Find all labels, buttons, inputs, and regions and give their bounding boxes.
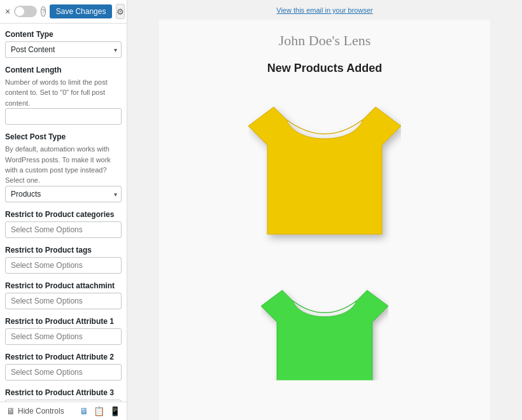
content-type-label: Content Type	[5, 30, 122, 39]
content-length-desc: Number of words to limit the post conten…	[5, 78, 108, 107]
right-panel: View this email in your browser John Doe…	[127, 0, 522, 420]
product-card-yellow	[172, 88, 477, 255]
restrict-attachment-input[interactable]	[5, 293, 122, 309]
restrict-attr3-label: Restrict to Product Attribute 3	[5, 388, 122, 397]
restrict-attachment-label: Restrict to Product attachmint	[5, 281, 122, 290]
mobile-view-button[interactable]: 📱	[109, 406, 120, 416]
hide-controls-label: Hide Controls	[18, 407, 64, 416]
post-type-group: Select Post Type By default, automation …	[5, 132, 122, 202]
restrict-attr2-input[interactable]	[5, 364, 122, 381]
footer-icons: 🖥 📋 📱	[80, 406, 120, 416]
content-type-select[interactable]: Post Content	[5, 41, 122, 58]
tshirt-green-image	[261, 274, 388, 402]
restrict-attachment-group: Restrict to Product attachmint	[5, 281, 122, 309]
mobile-icon: 📱	[109, 406, 120, 416]
close-button[interactable]: ×	[5, 5, 10, 18]
restrict-attr2-group: Restrict to Product Attribute 2	[5, 353, 122, 381]
restrict-attr3-group: Restrict to Product Attribute 3	[5, 388, 122, 402]
desktop-icon: 🖥	[80, 406, 88, 416]
toggle-switch[interactable]	[14, 6, 37, 17]
email-section-title: New Products Added	[172, 62, 477, 75]
desktop-view-button[interactable]: 🖥	[80, 406, 88, 416]
post-type-select[interactable]: Products	[5, 186, 122, 202]
left-panel: × ? Save Changes ⚙ Content Type Post Con…	[0, 0, 127, 420]
post-type-label: Select Post Type	[5, 132, 122, 141]
content-length-label: Content Length	[5, 66, 122, 74]
post-type-select-wrapper: Products ▾	[5, 186, 122, 202]
toggle-track	[14, 6, 37, 17]
help-icon[interactable]: ?	[41, 6, 46, 17]
restrict-categories-input[interactable]	[5, 221, 122, 238]
toggle-knob	[15, 7, 24, 16]
restrict-attr1-label: Restrict to Product Attribute 1	[5, 317, 122, 326]
content-type-select-wrapper: Post Content ▾	[5, 41, 122, 58]
post-type-desc: By default, automation works with WordPr…	[5, 145, 111, 184]
panel-scroll: Content Type Post Content ▾ Content Leng…	[0, 24, 127, 402]
restrict-tags-group: Restrict to Product tags	[5, 246, 122, 274]
hide-controls-button[interactable]: 🖥 Hide Controls	[6, 406, 64, 416]
save-button[interactable]: Save Changes	[50, 4, 113, 18]
view-email-link[interactable]: View this email in your browser	[276, 1, 372, 19]
restrict-attr1-group: Restrict to Product Attribute 1	[5, 317, 122, 345]
tablet-view-button[interactable]: 📋	[94, 406, 104, 416]
content-length-group: Content Length Number of words to limit …	[5, 66, 122, 125]
email-preview: John Doe's Lens New Products Added	[159, 20, 490, 420]
restrict-tags-label: Restrict to Product tags	[5, 246, 122, 255]
monitor-icon: 🖥	[6, 406, 15, 416]
content-type-group: Content Type Post Content ▾	[5, 30, 122, 58]
product-card-green	[172, 274, 477, 403]
restrict-attr1-input[interactable]	[5, 328, 122, 345]
gear-button[interactable]: ⚙	[116, 4, 125, 19]
panel-footer: 🖥 Hide Controls 🖥 📋 📱	[0, 402, 127, 420]
restrict-categories-label: Restrict to Product categories	[5, 210, 122, 219]
top-bar: × ? Save Changes ⚙	[0, 0, 127, 24]
tablet-icon: 📋	[94, 406, 104, 416]
email-site-title: John Doe's Lens	[172, 32, 477, 49]
restrict-attr2-label: Restrict to Product Attribute 2	[5, 353, 122, 361]
tshirt-yellow-image	[248, 88, 401, 253]
restrict-tags-input[interactable]	[5, 257, 122, 274]
content-length-input[interactable]: 150	[5, 108, 122, 125]
restrict-categories-group: Restrict to Product categories	[5, 210, 122, 238]
